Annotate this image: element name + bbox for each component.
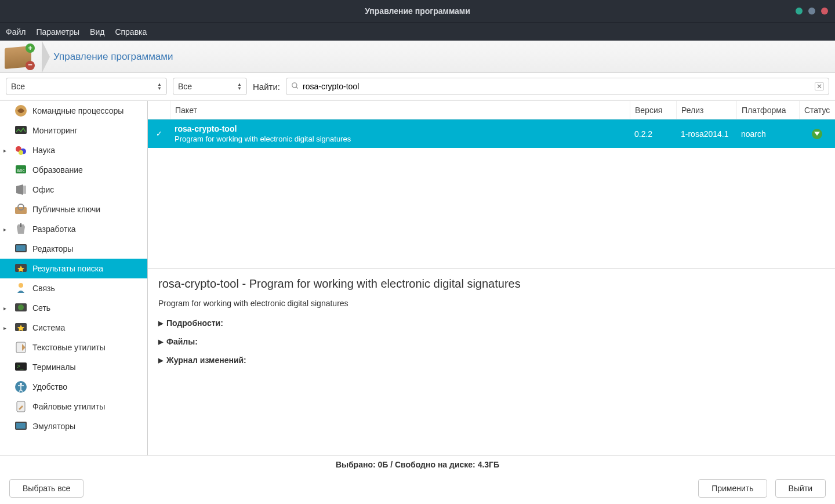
- col-header-status[interactable]: Статус: [799, 101, 835, 119]
- sidebar-item[interactable]: ▸Связь: [0, 278, 147, 298]
- col-header-platform[interactable]: Платформа: [736, 101, 799, 119]
- col-header-package[interactable]: Пакет: [170, 101, 630, 119]
- filter-scope-value: Все: [178, 82, 192, 91]
- package-name: rosa-crypto-tool: [175, 124, 630, 133]
- breadcrumb-arrow: [42, 41, 50, 73]
- monitor-icon: [13, 122, 29, 139]
- sidebar-item[interactable]: ▸Удобство: [0, 377, 147, 397]
- sidebar-item-label: Образование: [32, 165, 83, 175]
- sidebar-item[interactable]: ▸Офис: [0, 180, 147, 200]
- sidebar-item-label: Разработка: [32, 224, 76, 234]
- sidebar-item[interactable]: ▸Разработка: [0, 219, 147, 239]
- sidebar-item-label: Сеть: [32, 303, 50, 313]
- sidebar-item[interactable]: ▸Система: [0, 318, 147, 338]
- sidebar-item[interactable]: ▸Сеть: [0, 298, 147, 318]
- menu-file[interactable]: Файл: [6, 27, 26, 37]
- search-input[interactable]: [303, 82, 811, 91]
- menu-view[interactable]: Вид: [90, 27, 104, 37]
- triangle-right-icon: ▶: [158, 320, 163, 327]
- cmd-icon: [13, 103, 29, 119]
- file-util-icon: [13, 398, 29, 415]
- package-table-header: Пакет Версия Релиз Платформа Статус: [148, 101, 835, 119]
- svg-point-6: [19, 150, 23, 155]
- apply-button[interactable]: Применить: [698, 479, 767, 498]
- sidebar-item[interactable]: ▸Мониторинг: [0, 121, 147, 140]
- sidebar-item-label: Мониторинг: [32, 126, 78, 135]
- sidebar-item[interactable]: ▸Эмуляторы: [0, 416, 147, 436]
- network-icon: [13, 300, 29, 316]
- filter-scope-dropdown[interactable]: Все ▲▼: [173, 78, 247, 95]
- package-list: Пакет Версия Релиз Платформа Статус ✓ ro…: [148, 101, 835, 269]
- titlebar: Управление программами: [0, 0, 835, 22]
- package-desc: Program for working with electronic digi…: [175, 135, 630, 143]
- sidebar-item-label: Публичные ключи: [32, 205, 100, 214]
- col-header-release[interactable]: Релиз: [676, 101, 736, 119]
- svg-point-19: [18, 304, 24, 310]
- svg-rect-9: [23, 186, 26, 194]
- sidebar-item-label: Система: [32, 323, 65, 332]
- checkmark-icon[interactable]: ✓: [156, 129, 162, 138]
- expander-icon[interactable]: ▸: [3, 305, 9, 311]
- svg-text:abc: abc: [17, 168, 25, 173]
- clear-search-button[interactable]: ✕: [815, 82, 824, 90]
- section-files-toggle[interactable]: ▶Файлы:: [158, 337, 825, 346]
- accessibility-icon: [13, 379, 29, 395]
- col-header-version[interactable]: Версия: [630, 101, 676, 119]
- sidebar-item[interactable]: ▸Публичные ключи: [0, 200, 147, 219]
- keys-icon: [13, 201, 29, 217]
- detail-title: rosa-crypto-tool - Program for working w…: [158, 277, 825, 291]
- triangle-right-icon: ▶: [158, 338, 163, 346]
- statusbar-text: Выбрано: 0Б / Свободно на диске: 4.3ГБ: [336, 460, 499, 469]
- svg-rect-14: [16, 245, 26, 251]
- sidebar-item-label: Наука: [32, 146, 55, 155]
- close-button[interactable]: [821, 8, 828, 14]
- sidebar-item-label: Файловые утилиты: [32, 402, 105, 411]
- sidebar-item-label: Командные процессоры: [32, 106, 124, 115]
- svg-point-0: [292, 82, 297, 87]
- science-icon: [13, 142, 29, 158]
- office-icon: [13, 182, 29, 198]
- sidebar-item-label: Удобство: [32, 382, 67, 391]
- package-row[interactable]: ✓ rosa-crypto-tool Program for working w…: [148, 119, 835, 148]
- svg-rect-12: [20, 223, 21, 227]
- exit-button[interactable]: Выйти: [775, 479, 826, 498]
- main-area: ▸Командные процессоры▸Мониторинг▸Наука▸a…: [0, 100, 835, 455]
- sidebar-item[interactable]: ▸Файловые утилиты: [0, 397, 147, 416]
- sidebar-item[interactable]: ▸Редакторы: [0, 239, 147, 259]
- app-icon: + −: [5, 43, 41, 70]
- statusbar: Выбрано: 0Б / Свободно на диске: 4.3ГБ: [0, 455, 835, 473]
- expander-icon[interactable]: ▸: [3, 226, 9, 233]
- sidebar-item[interactable]: ▸abcОбразование: [0, 160, 147, 180]
- section-details-toggle[interactable]: ▶Подробности:: [158, 318, 825, 328]
- filter-category-value: Все: [11, 82, 25, 91]
- section-changelog-toggle[interactable]: ▶Журнал изменений:: [158, 356, 825, 365]
- detail-description: Program for working with electronic digi…: [158, 299, 825, 308]
- svg-rect-3: [15, 126, 27, 134]
- expander-icon[interactable]: ▸: [3, 325, 9, 331]
- select-all-button[interactable]: Выбрать все: [9, 479, 84, 498]
- sidebar-item[interactable]: ▸>_Терминалы: [0, 357, 147, 377]
- sidebar-item-label: Эмуляторы: [32, 422, 75, 431]
- dev-icon: [13, 221, 29, 237]
- window-controls: [796, 8, 828, 14]
- sidebar-item-label: Текстовые утилиты: [32, 343, 106, 352]
- filter-category-dropdown[interactable]: Все ▲▼: [6, 78, 167, 95]
- svg-rect-29: [16, 423, 26, 429]
- sidebar-item-label: Терминалы: [32, 362, 76, 372]
- subheader: + − Управление программами: [0, 41, 835, 73]
- breadcrumb-title[interactable]: Управление программами: [53, 51, 173, 63]
- sidebar-item[interactable]: ▸Текстовые утилиты: [0, 338, 147, 357]
- menu-help[interactable]: Справка: [115, 27, 147, 37]
- maximize-button[interactable]: [808, 8, 815, 14]
- sidebar-item[interactable]: ▸Результаты поиска: [0, 259, 147, 278]
- minimize-button[interactable]: [796, 8, 803, 14]
- expander-icon[interactable]: ▸: [3, 147, 9, 154]
- search-icon: [291, 82, 299, 92]
- menu-parameters[interactable]: Параметры: [36, 27, 79, 37]
- sidebar[interactable]: ▸Командные процессоры▸Мониторинг▸Наука▸a…: [0, 101, 148, 455]
- button-row: Выбрать все Применить Выйти: [0, 473, 835, 504]
- sidebar-item[interactable]: ▸Наука: [0, 140, 147, 160]
- svg-text:>_: >_: [17, 363, 24, 369]
- chevron-updown-icon: ▲▼: [157, 82, 162, 90]
- sidebar-item[interactable]: ▸Командные процессоры: [0, 101, 147, 121]
